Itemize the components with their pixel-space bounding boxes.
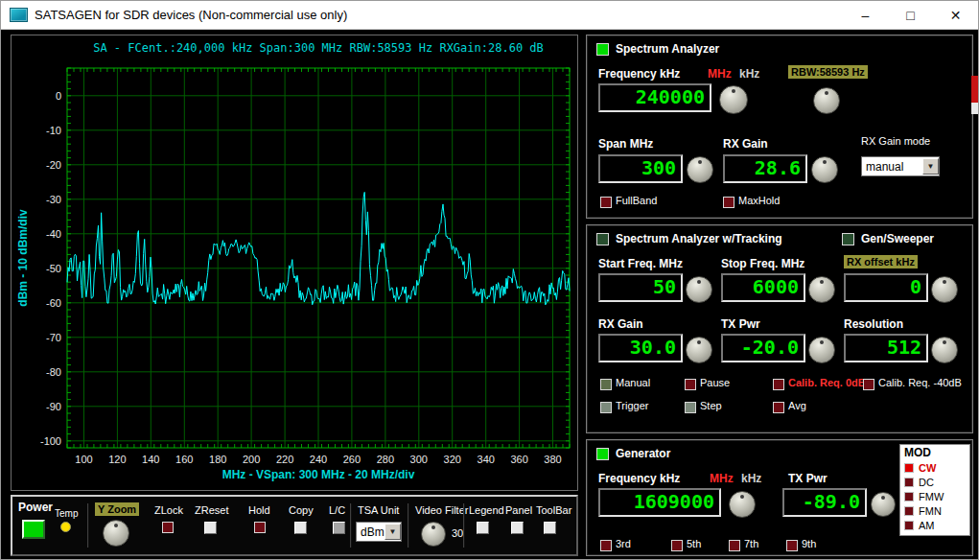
harmonic-7th-checkbox[interactable] <box>729 540 740 551</box>
copy-button[interactable] <box>294 522 307 534</box>
avg-checkbox[interactable] <box>773 402 784 413</box>
harmonic-7th-label: 7th <box>744 538 758 549</box>
y-zoom-label: Y Zoom <box>95 502 139 516</box>
rx-offset-display[interactable]: 0 <box>844 273 928 302</box>
rx-gain-display[interactable]: 28.6 <box>723 154 807 183</box>
generator-led[interactable] <box>596 448 609 460</box>
mod-option-cw[interactable]: CW <box>902 460 967 475</box>
video-filter-label: Video Filter <box>415 504 468 516</box>
toolbar-separator <box>87 503 89 548</box>
zlock-checkbox[interactable] <box>162 522 174 533</box>
lc-button[interactable] <box>333 522 345 534</box>
panel-generator: Generator Frequency kHz MHz kHz TX Pwr 1… <box>586 439 973 556</box>
panel-spectrum-analyzer: Spectrum Analyzer Frequency kHz MHz kHz … <box>586 35 973 219</box>
gen-sweeper-led[interactable] <box>842 233 854 245</box>
svg-text:-20: -20 <box>46 159 61 171</box>
maxhold-label: MaxHold <box>738 195 780 206</box>
manual-checkbox[interactable] <box>600 379 612 390</box>
pause-checkbox[interactable] <box>685 379 696 390</box>
rx-gain-mode-select[interactable]: manual ▼ <box>861 156 940 176</box>
zlock-label: ZLock <box>154 504 183 516</box>
window-title: SATSAGEN for SDR devices (Non-commercial… <box>35 8 347 22</box>
spectrum-chart: 1001201401601802002202402602803003203403… <box>12 35 577 490</box>
frequency-display[interactable]: 240000 <box>598 83 711 112</box>
legend-button[interactable] <box>477 522 489 534</box>
video-filter-value: 30 <box>452 527 463 539</box>
power-label: Power <box>18 501 53 514</box>
step-checkbox[interactable] <box>685 402 696 413</box>
mod-option-fmn[interactable]: FMN <box>902 503 967 518</box>
mod-option-fmw[interactable]: FMW <box>902 489 967 503</box>
rx-offset-knob[interactable] <box>931 276 958 303</box>
toolbar-separator <box>463 503 465 548</box>
gen-khz-unit-toggle[interactable]: kHz <box>741 472 761 485</box>
close-button[interactable]: ✕ <box>933 1 978 29</box>
app-window: SATSAGEN for SDR devices (Non-commercial… <box>0 0 979 560</box>
tracking-tx-pwr-display[interactable]: -20.0 <box>721 334 805 362</box>
chevron-down-icon[interactable]: ▼ <box>922 158 939 175</box>
tracking-rx-gain-display[interactable]: 30.0 <box>598 334 683 362</box>
spectrum-analyzer-title: Spectrum Analyzer <box>616 42 719 56</box>
tracking-rx-gain-knob[interactable] <box>686 337 712 363</box>
svg-text:MHz - VSpan: 300 MHz - 20 MHz/: MHz - VSpan: 300 MHz - 20 MHz/div <box>222 468 415 481</box>
gen-tx-pwr-knob[interactable] <box>871 492 896 517</box>
harmonic-9th-checkbox[interactable] <box>786 540 798 551</box>
tracking-tx-pwr-knob[interactable] <box>808 337 835 363</box>
svg-text:160: 160 <box>175 454 193 465</box>
mod-option-dc[interactable]: DC <box>902 475 967 489</box>
fullband-label: FullBand <box>616 195 657 206</box>
calib-0db-checkbox[interactable] <box>773 379 784 390</box>
span-knob[interactable] <box>687 156 713 183</box>
resolution-knob[interactable] <box>931 337 958 363</box>
svg-text:140: 140 <box>142 454 159 465</box>
gen-frequency-knob[interactable] <box>729 491 756 518</box>
trigger-label: Trigger <box>616 400 648 411</box>
tsa-unit-select[interactable]: dBm ▼ <box>356 522 402 542</box>
tracking-led[interactable] <box>596 233 609 245</box>
power-button[interactable] <box>22 520 45 539</box>
rbw-knob[interactable] <box>813 87 840 114</box>
frequency-knob[interactable] <box>719 85 748 114</box>
gen-frequency-display[interactable]: 1609000 <box>598 488 721 517</box>
maxhold-checkbox[interactable] <box>723 197 734 208</box>
svg-text:-90: -90 <box>46 401 61 412</box>
mhz-unit-toggle[interactable]: MHz <box>708 67 732 81</box>
chevron-down-icon[interactable]: ▼ <box>385 524 401 540</box>
tracking-title: Spectrum Analyzer w/Tracking <box>616 232 782 245</box>
gen-mhz-unit-toggle[interactable]: MHz <box>710 472 734 485</box>
khz-unit-toggle[interactable]: kHz <box>739 67 759 81</box>
toolbar-toggle-button[interactable] <box>544 522 556 534</box>
spectrum-analyzer-led[interactable] <box>596 43 609 56</box>
trigger-checkbox[interactable] <box>600 402 612 413</box>
harmonic-3rd-checkbox[interactable] <box>600 540 612 551</box>
rx-gain-knob[interactable] <box>811 156 838 183</box>
mod-title: MOD <box>902 446 967 460</box>
panel-button[interactable] <box>511 522 524 534</box>
zreset-button[interactable] <box>204 522 217 534</box>
resolution-display[interactable]: 512 <box>844 334 928 362</box>
stop-freq-label: Stop Freq. MHz <box>721 257 804 270</box>
mod-option-am[interactable]: AM <box>902 518 967 532</box>
harmonic-5th-label: 5th <box>687 538 701 549</box>
video-filter-knob[interactable] <box>421 522 446 547</box>
manual-label: Manual <box>616 377 650 388</box>
mod-option-label: FMW <box>919 491 944 502</box>
stop-freq-knob[interactable] <box>808 276 835 303</box>
y-zoom-knob[interactable] <box>103 520 129 547</box>
calib-40db-label: Calib. Req. -40dB <box>878 377 962 388</box>
maximize-button[interactable]: □ <box>888 1 933 29</box>
mod-panel: MOD CW DC FMW FMN <box>899 444 970 536</box>
stop-freq-display[interactable]: 6000 <box>721 273 805 302</box>
calib-40db-checkbox[interactable] <box>863 379 874 390</box>
hold-label: Hold <box>248 504 270 516</box>
harmonic-5th-checkbox[interactable] <box>671 540 683 551</box>
span-display[interactable]: 300 <box>598 154 683 183</box>
gen-tx-pwr-display[interactable]: -89.0 <box>782 488 867 517</box>
start-freq-knob[interactable] <box>686 276 712 303</box>
start-freq-display[interactable]: 50 <box>598 273 683 302</box>
svg-text:100: 100 <box>75 454 92 465</box>
tracking-rx-gain-label: RX Gain <box>598 317 643 331</box>
hold-checkbox[interactable] <box>254 522 266 533</box>
fullband-checkbox[interactable] <box>600 197 612 208</box>
minimize-button[interactable]: – <box>843 1 888 29</box>
